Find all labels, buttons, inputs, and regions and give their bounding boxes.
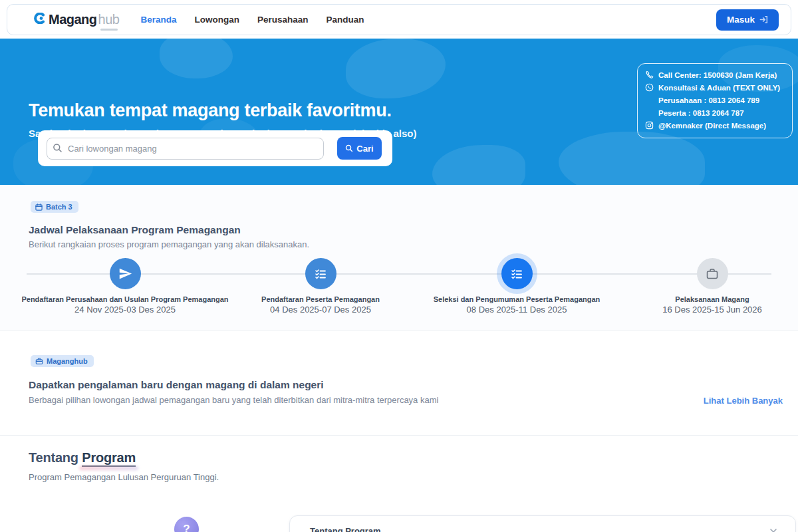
map-shape	[160, 39, 233, 78]
maganghub-logo-icon	[34, 13, 45, 24]
logo-text-suffix: hub	[98, 12, 120, 27]
about-section: Tentang Program Program Pemagangan Lulus…	[0, 436, 798, 532]
about-subtitle: Program Pemagangan Lulusan Perguruan Tin…	[29, 472, 219, 482]
listings-section: Maganghub Dapatkan pengalaman baru denga…	[0, 331, 798, 436]
timeline-step-label: Pendaftaran Peserta Pemagangan	[207, 295, 434, 303]
search-icon	[53, 143, 63, 153]
paper-plane-icon	[110, 258, 141, 289]
login-arrow-icon	[759, 15, 768, 24]
instagram-icon	[644, 120, 654, 130]
main-nav: Beranda Lowongan Perusahaan Panduan	[140, 15, 364, 25]
page: Magang hub Beranda Lowongan Perusahaan P…	[0, 0, 798, 532]
contact-konsultasi: Konsultasi & Aduan (TEXT ONLY)	[644, 82, 785, 94]
accordion-header: Tentang Program	[290, 516, 795, 532]
search-field-wrap	[47, 138, 324, 160]
whatsapp-icon	[644, 82, 654, 92]
help-button[interactable]: ?	[174, 517, 199, 532]
search-button-label: Cari	[356, 144, 373, 154]
question-mark-icon: ?	[183, 523, 190, 532]
timeline-step-date: 24 Nov 2025-03 Des 2025	[12, 305, 238, 315]
map-shape	[559, 132, 705, 185]
hero-section: Temukan tempat magang terbaik favoritmu.…	[0, 39, 798, 185]
timeline-step-label: Seleksi dan Pengumuman Peserta Pemaganga…	[404, 295, 630, 303]
timeline-step-date: 04 Des 2025-07 Des 2025	[207, 305, 434, 315]
chevron-down-icon	[769, 526, 778, 532]
search-button[interactable]: Cari	[337, 137, 382, 160]
batch-badge-label: Batch 3	[46, 203, 72, 211]
logo-text-main: Magang	[49, 12, 97, 27]
hero-title: Temukan tempat magang terbaik favoritmu.	[29, 100, 392, 121]
schedule-subtitle: Berikut rangkaian proses program pemagan…	[29, 239, 309, 249]
checklist-icon	[305, 258, 336, 289]
contact-perusahaan: Perusahaan : 0813 2064 789	[644, 94, 785, 107]
nav-item-perusahaan[interactable]: Perusahaan	[257, 15, 309, 25]
map-shape	[346, 39, 446, 98]
timeline-step-date: 16 Des 2025-15 Jun 2026	[599, 305, 798, 315]
contact-call-center: Call Center: 1500630 (Jam Kerja)	[644, 69, 785, 82]
map-shape	[432, 145, 525, 185]
timeline-step-label: Pendaftaran Perusahaan dan Usulan Progra…	[12, 295, 238, 303]
about-title-highlight: Program	[82, 450, 136, 467]
maganghub-badge: Maganghub	[31, 355, 94, 367]
contact-peserta: Peserta : 0813 2064 787	[644, 107, 785, 120]
contact-info-box: Call Center: 1500630 (Jam Kerja) Konsult…	[637, 63, 793, 138]
briefcase-icon	[697, 258, 728, 289]
logo-tagline	[100, 29, 118, 31]
briefcase-icon	[35, 357, 43, 365]
search-input[interactable]	[47, 138, 324, 160]
listings-title: Dapatkan pengalaman baru dengan magang d…	[29, 379, 324, 391]
see-more-link[interactable]: Lihat Lebih Banyak	[704, 396, 783, 406]
contact-instagram: @Kemnaker (Direct Message)	[644, 120, 785, 132]
top-navigation-bar: Magang hub Beranda Lowongan Perusahaan P…	[7, 4, 791, 35]
login-button-label: Masuk	[727, 15, 755, 25]
listings-subtitle: Berbagai pilihan lowongan jadwal pemagan…	[29, 395, 438, 405]
nav-item-beranda[interactable]: Beranda	[140, 15, 176, 25]
timeline-step-label: Pelaksanaan Magang	[599, 295, 798, 303]
timeline-step-3: Seleksi dan Pengumuman Peserta Pemaganga…	[404, 258, 630, 315]
login-button[interactable]: Masuk	[716, 9, 779, 31]
about-title: Tentang Program	[29, 450, 136, 466]
about-title-prefix: Tentang	[29, 450, 78, 465]
nav-item-panduan[interactable]: Panduan	[327, 15, 364, 25]
timeline-step-4: Pelaksanaan Magang 16 Des 2025-15 Jun 20…	[599, 258, 798, 315]
logo[interactable]: Magang hub	[49, 12, 119, 27]
calendar-icon	[35, 203, 43, 211]
search-bar: Cari	[38, 130, 392, 166]
nav-item-lowongan[interactable]: Lowongan	[194, 15, 239, 25]
timeline-step-2: Pendaftaran Peserta Pemagangan 04 Des 20…	[207, 258, 434, 315]
accordion-title: Tentang Program	[310, 526, 381, 532]
maganghub-badge-label: Maganghub	[47, 357, 88, 365]
timeline-step-1: Pendaftaran Perusahaan dan Usulan Progra…	[12, 258, 238, 315]
about-accordion-item[interactable]: Tentang Program	[289, 515, 796, 532]
search-button-icon	[345, 144, 353, 152]
batch-badge: Batch 3	[31, 201, 78, 213]
phone-icon	[644, 69, 654, 79]
checklist-icon	[501, 258, 533, 289]
schedule-title: Jadwal Pelaksanaan Program Pemagangan	[29, 224, 241, 236]
timeline-step-date: 08 Des 2025-11 Des 2025	[404, 305, 630, 315]
schedule-section: Batch 3 Jadwal Pelaksanaan Program Pemag…	[0, 185, 798, 331]
